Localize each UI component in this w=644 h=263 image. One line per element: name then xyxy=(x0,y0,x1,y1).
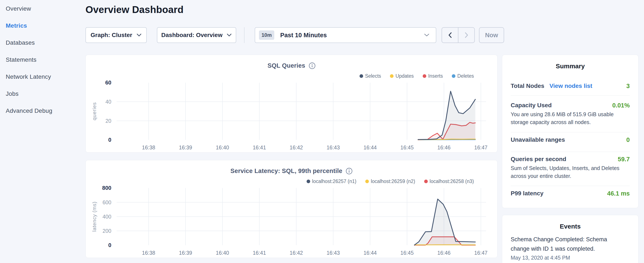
now-button[interactable]: Now xyxy=(479,27,504,43)
svg-text:40: 40 xyxy=(106,99,112,105)
chevron-left-icon xyxy=(448,32,452,38)
summary-row-unavailable-ranges: Unavailable ranges 0 xyxy=(511,136,630,144)
summary-divider xyxy=(511,186,630,186)
service-latency-chart[interactable]: 16:3816:3916:4016:4116:4216:4316:4416:45… xyxy=(86,160,497,258)
svg-text:16:42: 16:42 xyxy=(290,250,303,256)
graph-dropdown[interactable]: Graph: Cluster xyxy=(86,27,147,43)
summary-divider xyxy=(511,95,630,96)
total-nodes-label: Total Nodes xyxy=(511,83,544,89)
svg-text:16:47: 16:47 xyxy=(474,250,488,256)
qps-description: Sum of Selects, Updates, Inserts, and De… xyxy=(511,164,624,180)
chevron-down-icon xyxy=(227,34,232,37)
svg-text:16:47: 16:47 xyxy=(474,144,488,150)
time-step-buttons xyxy=(442,27,475,43)
chart-card-service-latency: Service Latency: SQL, 99th percentile lo… xyxy=(86,160,498,258)
chevron-down-icon xyxy=(136,34,142,37)
svg-text:16:44: 16:44 xyxy=(364,250,377,256)
svg-text:queries: queries xyxy=(92,102,97,120)
svg-text:16:38: 16:38 xyxy=(142,250,155,256)
time-back-button[interactable] xyxy=(442,28,458,43)
svg-text:16:39: 16:39 xyxy=(179,144,192,150)
capacity-value: 0.01% xyxy=(612,102,630,109)
sql-queries-chart[interactable]: 16:3816:3916:4016:4116:4216:4316:4416:45… xyxy=(86,55,497,152)
svg-text:16:40: 16:40 xyxy=(216,144,229,150)
event-timestamp: May 13, 2020 at 4:45 PM xyxy=(511,255,570,261)
svg-text:16:42: 16:42 xyxy=(290,144,303,150)
svg-text:0: 0 xyxy=(108,242,111,248)
view-nodes-list-link[interactable]: View nodes list xyxy=(550,83,592,89)
sidebar-item-databases[interactable]: Databases xyxy=(0,40,86,46)
svg-text:800: 800 xyxy=(102,185,112,191)
summary-row-capacity: Capacity Used 0.01% xyxy=(511,102,630,110)
svg-text:16:43: 16:43 xyxy=(326,250,340,256)
svg-text:400: 400 xyxy=(102,214,112,220)
chevron-down-icon xyxy=(424,34,430,37)
svg-text:600: 600 xyxy=(102,199,112,205)
summary-divider xyxy=(511,132,630,132)
summary-panel: Summary Total NodesView nodes list 3 Cap… xyxy=(502,55,638,208)
svg-text:20: 20 xyxy=(106,118,112,124)
summary-row-p99: P99 latency 46.1 ms xyxy=(511,190,630,198)
events-heading: Events xyxy=(502,223,638,230)
event-message[interactable]: Schema Change Completed: Schema change w… xyxy=(511,235,610,253)
svg-text:16:44: 16:44 xyxy=(364,144,377,150)
summary-heading: Summary xyxy=(502,63,638,70)
sidebar-nav: OverviewMetricsDatabasesStatementsNetwor… xyxy=(0,0,86,114)
svg-text:200: 200 xyxy=(102,228,112,234)
sidebar-item-overview[interactable]: Overview xyxy=(0,6,86,12)
time-range-badge: 10m xyxy=(259,31,274,40)
sidebar-item-metrics[interactable]: Metrics xyxy=(0,23,86,29)
svg-text:16:40: 16:40 xyxy=(216,250,229,256)
capacity-label: Capacity Used xyxy=(511,102,552,109)
unavailable-ranges-value: 0 xyxy=(626,136,630,143)
qps-label: Queries per second xyxy=(511,156,566,162)
chevron-right-icon xyxy=(464,32,469,38)
sidebar-item-network-latency[interactable]: Network Latency xyxy=(0,74,86,80)
svg-text:16:38: 16:38 xyxy=(142,144,155,150)
sidebar: OverviewMetricsDatabasesStatementsNetwor… xyxy=(0,0,86,263)
capacity-description: You are using 28.6 MiB of 515.9 GiB usab… xyxy=(511,110,624,126)
svg-text:16:45: 16:45 xyxy=(400,144,414,150)
svg-text:0: 0 xyxy=(108,137,111,143)
unavailable-ranges-label: Unavailable ranges xyxy=(511,136,565,143)
sidebar-item-statements[interactable]: Statements xyxy=(0,57,86,63)
qps-value: 59.7 xyxy=(618,156,630,163)
time-range-dropdown[interactable]: 10m Past 10 Minutes xyxy=(255,27,436,43)
time-forward-button[interactable] xyxy=(458,28,474,43)
chart-card-sql-queries: SQL Queries SelectsUpdatesInsertsDeletes… xyxy=(86,55,498,153)
summary-row-qps: Queries per second 59.7 xyxy=(511,156,630,163)
events-panel: Events Schema Change Completed: Schema c… xyxy=(502,215,638,263)
svg-text:60: 60 xyxy=(105,80,112,86)
app-root: OverviewMetricsDatabasesStatementsNetwor… xyxy=(0,0,644,263)
summary-row-total-nodes: Total NodesView nodes list 3 xyxy=(511,83,630,90)
page-title: Overview Dashboard xyxy=(86,4,184,15)
svg-text:16:41: 16:41 xyxy=(253,250,266,256)
dashboard-dropdown[interactable]: Dashboard: Overview xyxy=(157,27,236,43)
svg-text:latency (ms): latency (ms) xyxy=(92,201,97,232)
svg-text:16:45: 16:45 xyxy=(400,250,414,256)
total-nodes-value: 3 xyxy=(626,83,630,90)
controls-divider xyxy=(244,27,244,43)
p99-latency-value: 46.1 ms xyxy=(607,190,630,197)
graph-dropdown-label: Graph: Cluster xyxy=(90,32,132,39)
svg-text:16:39: 16:39 xyxy=(179,250,192,256)
svg-text:16:43: 16:43 xyxy=(326,144,340,150)
time-range-label: Past 10 Minutes xyxy=(280,32,327,39)
svg-text:16:46: 16:46 xyxy=(437,250,450,256)
summary-divider xyxy=(511,152,630,152)
svg-text:16:41: 16:41 xyxy=(253,144,266,150)
dashboard-dropdown-label: Dashboard: Overview xyxy=(161,32,222,39)
sidebar-item-advanced-debug[interactable]: Advanced Debug xyxy=(0,108,86,114)
sidebar-item-jobs[interactable]: Jobs xyxy=(0,91,86,97)
svg-text:16:46: 16:46 xyxy=(437,144,450,150)
p99-latency-label: P99 latency xyxy=(511,190,544,197)
